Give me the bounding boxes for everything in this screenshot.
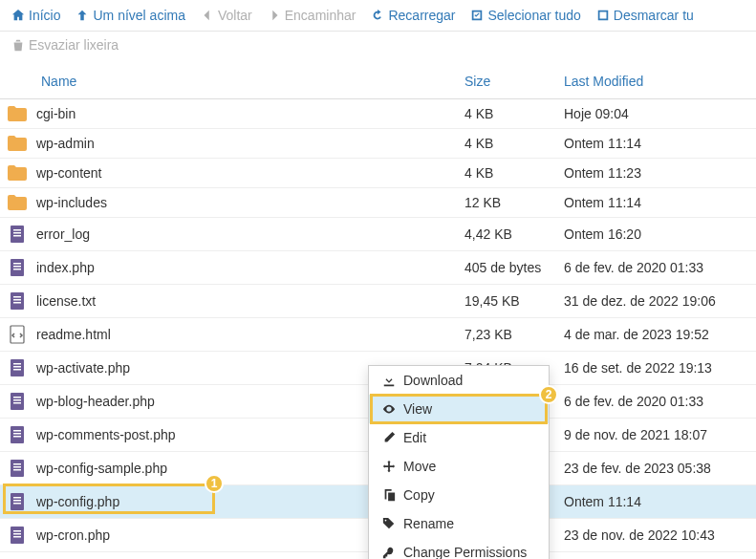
table-row[interactable]: wp-admin4 KBOntem 11:14 bbox=[0, 129, 756, 159]
cell-modified: Hoje 09:04 bbox=[564, 106, 748, 121]
svg-rect-25 bbox=[11, 460, 24, 477]
cell-modified: 9 de nov. de 2021 18:07 bbox=[564, 427, 748, 442]
table-row[interactable]: index.php405 de bytes6 de fev. de 2020 0… bbox=[0, 251, 756, 285]
pencil-icon bbox=[382, 431, 396, 444]
select-all-button[interactable]: Selecionar tudo bbox=[470, 8, 580, 23]
cell-name: readme.html bbox=[8, 325, 464, 344]
html-file-icon bbox=[8, 325, 27, 344]
svg-rect-18 bbox=[13, 397, 21, 398]
table-row[interactable]: readme.html7,23 KB4 de mar. de 2023 19:5… bbox=[0, 318, 756, 352]
svg-rect-32 bbox=[13, 503, 21, 505]
cell-modified: Ontem 11:14 bbox=[564, 136, 748, 151]
cell-modified: Ontem 11:14 bbox=[564, 195, 748, 210]
svg-rect-15 bbox=[13, 366, 21, 368]
cell-size: 4,42 KB bbox=[464, 226, 564, 242]
ctx-move[interactable]: Move bbox=[369, 452, 549, 481]
ctx-eye[interactable]: View2 bbox=[369, 395, 549, 423]
file-name: wp-includes bbox=[36, 195, 107, 210]
table-row[interactable]: license.txt19,45 KB31 de dez. de 2022 19… bbox=[0, 285, 756, 318]
header-modified[interactable]: Last Modified bbox=[564, 74, 748, 89]
copy-icon bbox=[382, 488, 396, 502]
download-icon bbox=[382, 374, 396, 387]
cell-name: wp-content bbox=[8, 165, 464, 181]
svg-rect-24 bbox=[13, 436, 21, 438]
ctx-pencil[interactable]: Edit bbox=[369, 423, 549, 452]
svg-rect-33 bbox=[11, 527, 24, 544]
ctx-label: Move bbox=[403, 459, 436, 474]
reload-icon bbox=[371, 9, 384, 22]
file-name: error_log bbox=[36, 226, 90, 242]
cell-modified: 6 de fev. de 2020 01:33 bbox=[564, 260, 748, 275]
table-row[interactable]: wp-includes12 KBOntem 11:14 bbox=[0, 188, 756, 218]
reload-button[interactable]: Recarregar bbox=[371, 8, 455, 23]
ctx-label: Rename bbox=[403, 516, 454, 531]
file-name: wp-admin bbox=[36, 136, 95, 151]
back-button: Voltar bbox=[201, 8, 252, 23]
forward-icon bbox=[268, 9, 281, 22]
file-name: wp-activate.php bbox=[36, 360, 130, 376]
ctx-key[interactable]: Change Permissions bbox=[369, 538, 549, 559]
folder-icon bbox=[8, 106, 27, 121]
back-icon bbox=[201, 9, 214, 22]
cell-modified: 4 de mar. de 2023 19:52 bbox=[564, 327, 748, 342]
folder-icon bbox=[8, 136, 27, 151]
svg-rect-19 bbox=[13, 399, 21, 401]
file-icon bbox=[8, 358, 27, 377]
file-icon bbox=[8, 258, 27, 277]
cell-size: 4 KB bbox=[464, 106, 564, 121]
cell-name: license.txt bbox=[8, 291, 464, 311]
unselect-button[interactable]: Desmarcar tu bbox=[596, 8, 694, 23]
svg-rect-11 bbox=[13, 302, 21, 304]
home-icon bbox=[11, 9, 25, 22]
table-row[interactable]: wp-content4 KBOntem 11:23 bbox=[0, 159, 756, 188]
move-icon bbox=[382, 460, 396, 473]
file-name: wp-config-sample.php bbox=[36, 461, 167, 476]
svg-rect-34 bbox=[13, 530, 21, 532]
header-size[interactable]: Size bbox=[464, 74, 564, 89]
ctx-label: Change Permissions bbox=[403, 545, 527, 559]
ctx-download[interactable]: Download bbox=[369, 366, 549, 395]
cell-modified: Ontem 16:20 bbox=[564, 226, 748, 242]
cell-size: 405 de bytes bbox=[464, 260, 564, 275]
cell-size: 4 KB bbox=[464, 165, 564, 181]
file-name: index.php bbox=[36, 260, 95, 275]
svg-rect-9 bbox=[13, 296, 21, 298]
up-button[interactable]: Um nível acima bbox=[76, 8, 184, 23]
cell-modified: 23 de fev. de 2023 05:38 bbox=[564, 461, 748, 476]
table-row[interactable]: cgi-bin4 KBHoje 09:04 bbox=[0, 99, 756, 129]
toolbar: Início Um nível acima Voltar Encaminhar … bbox=[0, 0, 756, 32]
svg-rect-8 bbox=[11, 292, 24, 310]
svg-rect-30 bbox=[13, 497, 21, 499]
home-button[interactable]: Início bbox=[11, 8, 60, 23]
file-name: cgi-bin bbox=[36, 106, 76, 121]
svg-rect-29 bbox=[11, 493, 24, 510]
trash-icon bbox=[11, 38, 25, 52]
cell-modified: 6 de fev. de 2020 01:33 bbox=[564, 394, 748, 409]
eye-icon bbox=[382, 402, 396, 416]
header-name[interactable]: Name bbox=[8, 74, 464, 89]
svg-rect-14 bbox=[13, 363, 21, 365]
svg-rect-20 bbox=[13, 402, 21, 404]
cell-name: index.php bbox=[8, 258, 464, 277]
ctx-copy[interactable]: Copy bbox=[369, 481, 549, 509]
cell-modified: Ontem 11:23 bbox=[564, 165, 748, 181]
forward-button: Encaminhar bbox=[268, 8, 356, 23]
file-icon bbox=[8, 225, 27, 244]
svg-rect-7 bbox=[13, 269, 21, 270]
table-header: Name Size Last Modified bbox=[0, 64, 756, 99]
toolbar-row2: Esvaziar lixeira bbox=[0, 32, 756, 64]
svg-rect-23 bbox=[13, 433, 21, 435]
table-row[interactable]: error_log4,42 KBOntem 16:20 bbox=[0, 218, 756, 251]
file-icon bbox=[8, 291, 27, 311]
folder-icon bbox=[8, 165, 27, 181]
svg-rect-1 bbox=[13, 229, 21, 231]
svg-rect-4 bbox=[11, 259, 24, 276]
svg-rect-2 bbox=[13, 232, 21, 234]
svg-rect-28 bbox=[13, 469, 21, 471]
ctx-tag[interactable]: Rename bbox=[369, 509, 549, 538]
cell-size: 7,23 KB bbox=[464, 327, 564, 342]
key-icon bbox=[382, 546, 396, 559]
svg-rect-21 bbox=[11, 426, 24, 443]
square-icon bbox=[596, 9, 610, 22]
ctx-label: Edit bbox=[403, 430, 426, 445]
